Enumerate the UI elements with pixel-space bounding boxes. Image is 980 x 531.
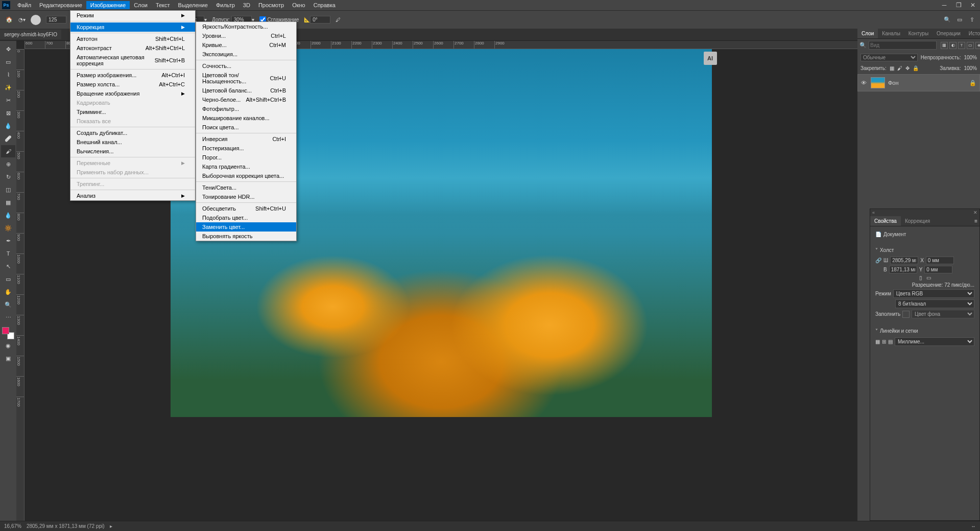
menu-canvassize[interactable]: Размер холста...Alt+Ctrl+C — [70, 80, 195, 89]
bitdepth-select[interactable]: 8 бит/канал — [895, 299, 974, 308]
adj-selective[interactable]: Выборочная коррекция цвета... — [196, 171, 296, 180]
angle-field[interactable]: 0° — [310, 16, 330, 24]
document-tab[interactable]: sergey-shmidt-koy6FIO — [0, 30, 61, 39]
filter-adjust-icon[interactable]: ◐ — [949, 42, 957, 49]
adj-exposure[interactable]: Экспозиция... — [196, 50, 296, 59]
move-tool[interactable]: ✥ — [1, 43, 15, 55]
lasso-tool[interactable]: ⌇ — [1, 68, 15, 81]
adj-invert[interactable]: ИнверсияCtrl+I — [196, 134, 296, 144]
fill-swatch[interactable] — [902, 311, 910, 318]
menu-corrections[interactable]: Коррекция▶ — [70, 22, 195, 32]
layer-thumbnail[interactable] — [871, 77, 885, 88]
edit-toolbar[interactable]: ⋯ — [1, 311, 15, 324]
foreground-swatch[interactable] — [2, 327, 9, 334]
link-icon[interactable]: 🔗 — [875, 258, 881, 263]
wand-tool[interactable]: ✨ — [1, 81, 15, 94]
crop-tool[interactable]: ✂ — [1, 94, 15, 106]
opacity-value[interactable]: 100% — [964, 55, 977, 60]
layer-row[interactable]: 👁 Фон 🔒 — [857, 74, 980, 91]
tab-history[interactable]: История — [965, 29, 980, 38]
adj-colorbal[interactable]: Цветовой баланс...Ctrl+B — [196, 86, 296, 95]
frame-tool[interactable]: ⊠ — [1, 107, 15, 119]
adj-curves[interactable]: Кривые...Ctrl+M — [196, 40, 296, 50]
brush-preview[interactable] — [31, 15, 41, 25]
dodge-tool[interactable]: 🔆 — [1, 222, 15, 234]
adj-colorlookup[interactable]: Поиск цвета... — [196, 123, 296, 132]
eyedropper-tool[interactable]: 💧 — [1, 120, 15, 132]
lock-pos-icon[interactable]: ✥ — [905, 65, 910, 71]
menu-duplicate[interactable]: Создать дубликат... — [70, 128, 195, 137]
brush-tool[interactable]: 🖌 — [1, 145, 15, 157]
tool-preset[interactable]: ◔▾ — [18, 17, 26, 22]
status-more-icon[interactable]: ▸ — [110, 523, 112, 529]
portrait-icon[interactable]: ▯ — [919, 275, 922, 281]
adj-threshold[interactable]: Порог... — [196, 153, 296, 162]
filter-pixel-icon[interactable]: ▦ — [941, 42, 948, 49]
visibility-icon[interactable]: 👁 — [861, 80, 867, 86]
arrange-icon[interactable]: ▭ — [955, 16, 964, 24]
filter-text-icon[interactable]: T — [958, 42, 965, 49]
layer-name[interactable]: Фон — [888, 80, 899, 86]
grid-icon[interactable]: ⊞ — [882, 339, 886, 344]
width-field[interactable] — [890, 257, 918, 264]
eraser-tool[interactable]: ◫ — [1, 183, 15, 196]
quickmask-tool[interactable]: ◉ — [1, 339, 15, 352]
menu-mode[interactable]: Режим▶ — [70, 11, 195, 20]
ruler-units-select[interactable]: Миллиме... — [895, 337, 974, 346]
lock-all-icon[interactable]: 🔒 — [913, 65, 919, 71]
menu-help[interactable]: Справка — [309, 1, 340, 9]
menu-calc[interactable]: Вычисления... — [70, 147, 195, 156]
ruler-vertical[interactable]: 0100200300400500600700800900100011001200… — [16, 49, 25, 521]
menu-trim[interactable]: Тримминг... — [70, 107, 195, 117]
home-button[interactable]: 🏠 — [4, 15, 14, 25]
lock-paint-icon[interactable]: 🖌 — [897, 65, 902, 71]
layer-filter-input[interactable] — [869, 41, 937, 50]
menu-applyimg[interactable]: Внешний канал... — [70, 137, 195, 147]
gradient-tool[interactable]: ▦ — [1, 196, 15, 209]
pressure-icon[interactable]: 🖊 — [336, 17, 341, 22]
menu-autocontrast[interactable]: АвтоконтрастAlt+Shift+Ctrl+L — [70, 43, 195, 53]
path-tool[interactable]: ↖ — [1, 260, 15, 272]
filter-smart-icon[interactable]: ◈ — [975, 42, 980, 49]
menu-rotate[interactable]: Вращение изображения▶ — [70, 89, 195, 98]
ruler-icon[interactable]: ▦ — [875, 339, 880, 344]
screenmode-tool[interactable]: ▣ — [1, 352, 15, 364]
menu-file[interactable]: Файл — [13, 1, 35, 9]
adj-match[interactable]: Подобрать цвет... — [196, 213, 296, 222]
menu-edit[interactable]: Редактирование — [35, 1, 86, 9]
share-icon[interactable]: ⇪ — [968, 16, 976, 24]
panel-menu-icon[interactable]: ≡ — [972, 216, 979, 226]
text-tool[interactable]: T — [1, 247, 15, 260]
maximize-button[interactable]: ❐ — [951, 0, 966, 10]
menu-view[interactable]: Просмотр — [254, 1, 288, 9]
adj-levels[interactable]: Уровни...Ctrl+L — [196, 31, 296, 40]
search-icon[interactable]: 🔍 — [943, 16, 951, 24]
zoom-value[interactable]: 16,67% — [4, 523, 21, 529]
close-button[interactable]: ✕ — [966, 0, 980, 10]
menu-layers[interactable]: Слои — [130, 1, 152, 9]
colormode-select[interactable]: Цвета RGB — [893, 289, 974, 298]
tab-adjustments[interactable]: Коррекция — [901, 216, 934, 226]
adj-vibrance[interactable]: Сочность... — [196, 61, 296, 71]
tab-actions[interactable]: Операции — [933, 29, 965, 38]
history-brush-tool[interactable]: ↻ — [1, 171, 15, 183]
adj-desat[interactable]: ОбесцветитьShift+Ctrl+U — [196, 204, 296, 213]
adj-hdr[interactable]: Тонирование HDR... — [196, 192, 296, 201]
fill-value[interactable]: 100% — [964, 65, 977, 71]
menu-filter[interactable]: Фильтр — [212, 1, 239, 9]
menu-image[interactable]: Изображение — [86, 1, 130, 9]
adj-gradmap[interactable]: Карта градиента... — [196, 162, 296, 171]
tab-properties[interactable]: Свойства — [870, 216, 901, 226]
menu-analysis[interactable]: Анализ▶ — [70, 191, 195, 200]
blend-mode-select[interactable]: Обычные — [861, 54, 918, 61]
filter-shape-icon[interactable]: ▭ — [967, 42, 974, 49]
menu-imgsize[interactable]: Размер изображения...Alt+Ctrl+I — [70, 71, 195, 80]
props-close-icon[interactable]: ✕ — [973, 210, 977, 215]
tab-paths[interactable]: Контуры — [904, 29, 933, 38]
pen-tool[interactable]: ✒ — [1, 235, 15, 247]
menu-text[interactable]: Текст — [152, 1, 174, 9]
adj-shadows[interactable]: Тени/Света... — [196, 183, 296, 192]
adj-channelmix[interactable]: Микширование каналов... — [196, 113, 296, 123]
sync-icon[interactable]: ↔ — [971, 523, 976, 529]
menu-3d[interactable]: 3D — [239, 1, 254, 9]
